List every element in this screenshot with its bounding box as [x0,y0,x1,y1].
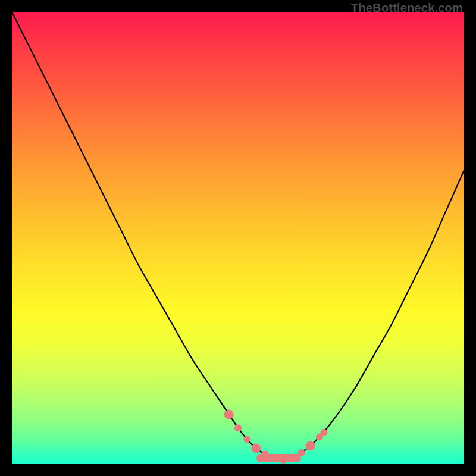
data-marker [306,441,315,451]
data-marker [243,436,250,443]
data-marker [320,429,327,436]
data-marker [262,450,269,458]
data-marker [289,454,296,461]
data-marker [271,454,278,461]
data-marker [251,443,261,453]
data-marker [224,409,234,419]
data-marker [298,449,305,456]
bottleneck-curve [12,12,464,464]
plot-area [12,12,464,464]
data-marker [278,454,288,464]
data-marker [234,424,242,431]
watermark-text: TheBottleneck.com [351,1,463,15]
